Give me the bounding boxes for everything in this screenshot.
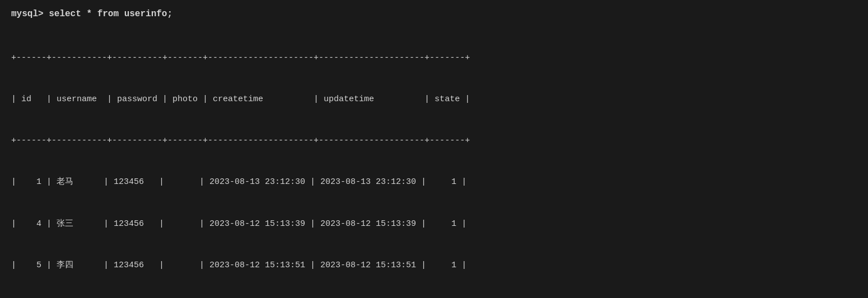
table-row: | 4 | 张三 | 123456 | | 2023-08-12 15:13:3…	[11, 217, 857, 231]
header-divider: +------+-----------+----------+-------+-…	[11, 134, 857, 148]
header-row: | id | username | password | photo | cre…	[11, 93, 857, 107]
table-row: | 1 | 老马 | 123456 | | 2023-08-13 23:12:3…	[11, 176, 857, 190]
terminal-window: mysql> select * from userinfo; +------+-…	[0, 0, 868, 298]
mysql-result-table: +------+-----------+----------+-------+-…	[11, 23, 857, 298]
table-row: | 5 | 李四 | 123456 | | 2023-08-12 15:13:5…	[11, 259, 857, 273]
sql-command: mysql> select * from userinfo;	[11, 9, 857, 19]
top-divider: +------+-----------+----------+-------+-…	[11, 51, 857, 65]
